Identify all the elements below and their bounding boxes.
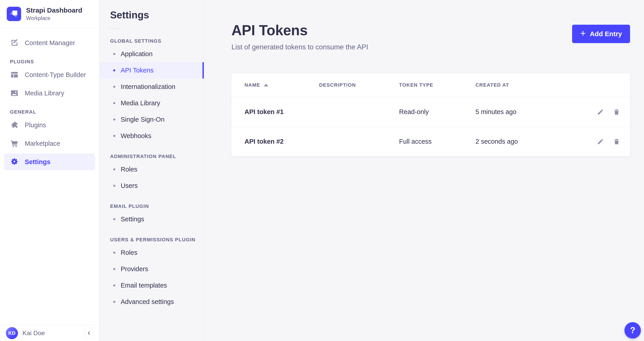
subnav-item-label: Advanced settings — [121, 298, 174, 306]
table-row[interactable]: API token #1 Read-only 5 minutes ago — [232, 97, 630, 127]
bullet-icon — [113, 118, 115, 121]
subnav-divider — [110, 28, 121, 29]
pencil-icon — [597, 138, 604, 145]
collapse-sidebar-button[interactable] — [85, 328, 93, 339]
edit-token-button[interactable] — [597, 138, 604, 145]
subnav-item-application[interactable]: Application — [99, 46, 204, 62]
bullet-icon — [113, 86, 115, 88]
bullet-icon — [113, 102, 115, 104]
sidebar-item-content-manager[interactable]: Content Manager — [4, 34, 95, 51]
subnav-item-media-library[interactable]: Media Library — [99, 95, 204, 111]
bullet-icon — [113, 252, 115, 254]
gear-icon — [10, 157, 19, 166]
bullet-icon — [113, 168, 115, 170]
token-name: API token #2 — [244, 138, 319, 145]
bullet-icon — [113, 69, 115, 71]
table-row[interactable]: API token #2 Full access 2 seconds ago — [232, 127, 630, 156]
cart-icon — [10, 139, 19, 148]
chevron-left-icon — [86, 331, 92, 336]
token-type: Read-only — [399, 108, 476, 116]
subnav-section-administration-panel: ADMINISTRATION PANEL — [110, 154, 204, 159]
sidebar-item-label: Content Manager — [25, 39, 75, 47]
bullet-icon — [113, 135, 115, 137]
subnav-item-label: Email templates — [121, 282, 167, 289]
tokens-table-card: NAME DESCRIPTION TOKEN TYPE CREATED AT A… — [232, 73, 630, 156]
avatar: KD — [6, 327, 18, 339]
question-mark-icon: ? — [630, 326, 635, 335]
puzzle-icon — [10, 121, 19, 130]
subnav-item-users[interactable]: Users — [99, 178, 204, 194]
sidebar-item-media-library[interactable]: Media Library — [4, 85, 95, 101]
sidebar-item-plugins[interactable]: Plugins — [4, 117, 95, 133]
sidebar-item-marketplace[interactable]: Marketplace — [4, 135, 95, 152]
sort-ascending-icon — [264, 84, 268, 86]
workspace-subtitle: Workplace — [26, 15, 82, 21]
token-created-at: 5 minutes ago — [476, 108, 591, 116]
main-sidebar: Strapi Dashboard Workplace Content Manag… — [0, 0, 99, 341]
layout-icon — [10, 70, 19, 79]
nav-section-plugins: PLUGINS — [10, 59, 89, 65]
trash-icon — [613, 108, 620, 116]
subnav-item-label: Single Sign-On — [121, 116, 164, 123]
sidebar-item-settings[interactable]: Settings — [4, 154, 95, 170]
page-subtitle: List of generated tokens to consume the … — [232, 43, 368, 51]
subnav-item-label: API Tokens — [121, 67, 154, 74]
subnav-item-up-roles[interactable]: Roles — [99, 245, 204, 261]
pencil-icon — [597, 108, 604, 116]
bullet-icon — [113, 53, 115, 55]
subnav-item-email-settings[interactable]: Settings — [99, 211, 204, 227]
subnav-item-label: Users — [121, 182, 138, 189]
subnav-item-label: Roles — [121, 249, 137, 256]
table-header-row: NAME DESCRIPTION TOKEN TYPE CREATED AT — [232, 73, 630, 97]
subnav-title: Settings — [110, 9, 204, 21]
bullet-icon — [113, 268, 115, 270]
delete-token-button[interactable] — [613, 138, 620, 145]
delete-token-button[interactable] — [613, 108, 620, 116]
user-profile-row[interactable]: KD Kai Doe — [0, 325, 99, 341]
subnav-item-label: Roles — [121, 166, 137, 173]
subnav-item-label: Settings — [121, 216, 144, 223]
subnav-item-advanced-settings[interactable]: Advanced settings — [99, 294, 204, 310]
bullet-icon — [113, 218, 115, 220]
settings-subnav: Settings GLOBAL SETTINGS Application API… — [99, 0, 204, 341]
token-type: Full access — [399, 138, 476, 145]
page-title: API Tokens — [232, 22, 368, 39]
subnav-section-users-permissions-plugin: USERS & PERMISSIONS PLUGIN — [110, 237, 204, 243]
nav-section-general: GENERAL — [10, 109, 89, 115]
column-header-token-type[interactable]: TOKEN TYPE — [399, 82, 476, 88]
subnav-section-global-settings: GLOBAL SETTINGS — [110, 38, 204, 44]
bullet-icon — [113, 285, 115, 287]
main-nav-list: Content Manager PLUGINS Content-Type Bui… — [0, 28, 99, 325]
subnav-item-roles[interactable]: Roles — [99, 161, 204, 178]
workspace-header[interactable]: Strapi Dashboard Workplace — [0, 0, 99, 28]
sidebar-item-content-type-builder[interactable]: Content-Type Builder — [4, 66, 95, 83]
pen-square-icon — [10, 38, 19, 47]
bullet-icon — [113, 185, 115, 187]
sidebar-item-label: Settings — [25, 158, 50, 166]
subnav-item-single-sign-on[interactable]: Single Sign-On — [99, 111, 204, 128]
sidebar-item-label: Content-Type Builder — [25, 71, 86, 79]
subnav-item-label: Media Library — [121, 99, 160, 107]
plus-icon: + — [580, 29, 586, 38]
edit-token-button[interactable] — [597, 108, 604, 116]
subnav-item-webhooks[interactable]: Webhooks — [99, 128, 204, 144]
strapi-logo-icon — [7, 7, 21, 21]
subnav-item-providers[interactable]: Providers — [99, 261, 204, 277]
user-name: Kai Doe — [22, 330, 45, 337]
add-entry-label: Add Entry — [590, 30, 622, 38]
column-header-name[interactable]: NAME — [244, 82, 319, 88]
trash-icon — [613, 138, 620, 145]
bullet-icon — [113, 301, 115, 303]
subnav-item-email-templates[interactable]: Email templates — [99, 277, 204, 294]
sidebar-item-label: Plugins — [25, 121, 46, 129]
subnav-item-label: Internationalization — [121, 83, 175, 90]
column-header-description[interactable]: DESCRIPTION — [319, 82, 399, 88]
token-created-at: 2 seconds ago — [476, 138, 591, 145]
column-header-created-at[interactable]: CREATED AT — [476, 82, 591, 88]
add-entry-button[interactable]: + Add Entry — [572, 25, 630, 43]
subnav-item-internationalization[interactable]: Internationalization — [99, 79, 204, 95]
help-button[interactable]: ? — [624, 322, 641, 339]
main-content: API Tokens List of generated tokens to c… — [204, 0, 644, 341]
workspace-title: Strapi Dashboard — [26, 6, 82, 14]
subnav-item-api-tokens[interactable]: API Tokens — [99, 62, 204, 79]
